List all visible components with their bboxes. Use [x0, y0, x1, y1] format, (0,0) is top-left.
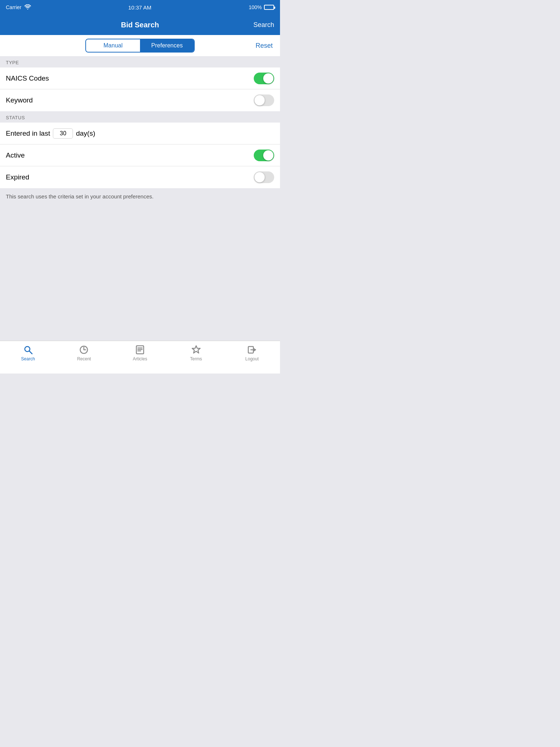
- type-section: NAICS Codes Keyword: [0, 67, 280, 111]
- expired-row: Expired: [0, 166, 280, 188]
- naics-codes-toggle[interactable]: [254, 73, 274, 84]
- active-label: Active: [6, 151, 25, 159]
- svg-point-0: [27, 8, 28, 9]
- reset-button[interactable]: Reset: [256, 42, 273, 50]
- expired-toggle-thumb: [254, 172, 265, 182]
- articles-icon: [135, 345, 145, 355]
- segment-bar: Manual Preferences Reset: [0, 35, 280, 56]
- keyword-toggle-thumb: [254, 95, 265, 105]
- segment-manual[interactable]: Manual: [86, 39, 140, 52]
- tab-recent-label: Recent: [77, 356, 91, 361]
- keyword-row: Keyword: [0, 89, 280, 111]
- battery-percent: 100%: [249, 4, 262, 10]
- tab-terms[interactable]: Terms: [168, 345, 224, 361]
- active-toggle[interactable]: [254, 150, 274, 161]
- tab-search[interactable]: Search: [0, 345, 56, 361]
- tab-bar: Search Recent Articles: [0, 341, 280, 374]
- naics-codes-toggle-thumb: [263, 73, 273, 84]
- naics-codes-row: NAICS Codes: [0, 67, 280, 89]
- terms-icon: [191, 345, 201, 355]
- keyword-toggle[interactable]: [254, 94, 274, 106]
- status-bar-time: 10:37 AM: [128, 4, 151, 11]
- active-toggle-thumb: [263, 150, 273, 160]
- svg-marker-8: [192, 346, 200, 353]
- tab-articles-label: Articles: [133, 356, 147, 361]
- nav-bar-right[interactable]: Search: [245, 21, 274, 29]
- tab-search-label: Search: [21, 356, 35, 361]
- days-input[interactable]: [53, 128, 73, 139]
- nav-search-button[interactable]: Search: [253, 21, 274, 28]
- svg-line-2: [29, 351, 32, 354]
- entered-in-last-suffix: day(s): [76, 129, 95, 138]
- tab-articles[interactable]: Articles: [112, 345, 168, 361]
- tab-logout-label: Logout: [245, 356, 259, 361]
- status-bar-left: Carrier: [6, 4, 31, 11]
- naics-codes-label: NAICS Codes: [6, 74, 49, 82]
- note-text: This search uses the criteria set in you…: [0, 188, 280, 205]
- wifi-icon: [24, 4, 31, 11]
- battery-icon: [264, 5, 274, 10]
- search-icon: [23, 345, 33, 355]
- expired-label: Expired: [6, 173, 29, 181]
- main-content: Manual Preferences Reset TYPE NAICS Code…: [0, 35, 280, 341]
- keyword-label: Keyword: [6, 96, 33, 104]
- tab-terms-label: Terms: [190, 356, 202, 361]
- segment-control[interactable]: Manual Preferences: [85, 39, 195, 53]
- nav-bar: Bid Search Search: [0, 15, 280, 35]
- status-bar: Carrier 10:37 AM 100%: [0, 0, 280, 15]
- entered-in-last-prefix: Entered in last: [6, 129, 50, 138]
- expired-toggle[interactable]: [254, 171, 274, 183]
- logout-icon: [247, 345, 257, 355]
- status-bar-right: 100%: [249, 4, 274, 10]
- tab-recent[interactable]: Recent: [56, 345, 112, 361]
- carrier-label: Carrier: [6, 4, 22, 10]
- recent-icon: [79, 345, 89, 355]
- status-section-header: STATUS: [0, 111, 280, 123]
- segment-preferences[interactable]: Preferences: [140, 39, 194, 52]
- empty-space: [0, 205, 280, 341]
- type-section-header: TYPE: [0, 56, 280, 67]
- nav-bar-title: Bid Search: [121, 21, 159, 29]
- active-row: Active: [0, 144, 280, 166]
- tab-logout[interactable]: Logout: [224, 345, 280, 361]
- entered-in-last-row: Entered in last day(s): [0, 123, 280, 144]
- status-section: Entered in last day(s) Active Expired: [0, 123, 280, 188]
